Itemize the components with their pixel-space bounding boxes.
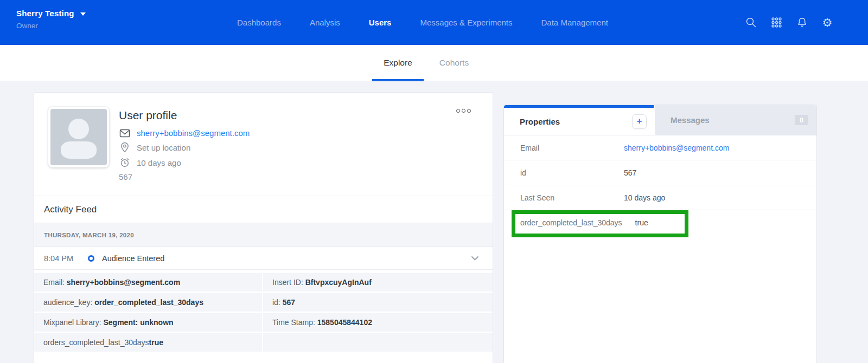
table-row: Mixpanel Library: Segment: unknown Time … <box>34 313 493 332</box>
event-property-time-stamp: Time Stamp: 1585045844102 <box>263 313 493 332</box>
activity-date-header: THURSDAY, MARCH 19, 2020 <box>34 223 493 247</box>
nav-item-dashboards[interactable]: Dashboards <box>237 18 281 27</box>
nav-item-users[interactable]: Users <box>369 18 392 27</box>
profile-email-link[interactable]: sherry+bobbins@segment.com <box>137 128 250 138</box>
notifications-bell-icon[interactable] <box>796 17 808 29</box>
nav-item-data-management[interactable]: Data Management <box>541 18 608 27</box>
property-row-email: Email sherry+bobbins@segment.com <box>504 135 816 160</box>
chevron-down-icon <box>80 12 86 16</box>
property-row-id: id 567 <box>504 160 816 185</box>
search-icon[interactable] <box>745 17 757 29</box>
table-row: orders_completed_last_30daystrue <box>34 333 493 352</box>
top-header: Sherry Testing Owner Dashboards Analysis… <box>0 0 868 45</box>
tab-messages[interactable]: Messages 0 <box>655 105 816 135</box>
event-property-email: Email: sherry+bobbins@segment.com <box>34 273 262 291</box>
event-property-empty <box>263 333 493 352</box>
last-seen-text: 10 days ago <box>137 158 181 167</box>
property-email-link[interactable]: sherry+bobbins@segment.com <box>624 144 729 152</box>
tab-explore[interactable]: Explore <box>372 45 424 81</box>
set-up-location-link[interactable]: Set up location <box>137 143 190 152</box>
tab-properties[interactable]: Properties + <box>504 105 654 135</box>
nav-item-analysis[interactable]: Analysis <box>310 18 340 27</box>
apps-grid-icon[interactable] <box>770 17 782 29</box>
settings-gear-icon[interactable]: ⚙ <box>821 17 833 29</box>
property-row-last-seen: Last Seen 10 days ago <box>504 185 816 210</box>
workspace-switcher[interactable]: Sherry Testing Owner <box>16 9 86 30</box>
section-tabbar: Explore Cohorts <box>0 45 868 81</box>
event-property-orders-completed: orders_completed_last_30daystrue <box>34 333 262 352</box>
add-property-button[interactable]: + <box>632 114 647 129</box>
activity-feed-title: Activity Feed <box>34 196 493 223</box>
property-row-order-completed: order_completed_last_30days true <box>504 210 816 235</box>
panel-tabs: Properties + Messages 0 <box>504 105 816 135</box>
table-row: Email: sherry+bobbins@segment.com Insert… <box>34 273 493 291</box>
page: Sherry Testing Owner Dashboards Analysis… <box>0 0 868 363</box>
workspace-role: Owner <box>16 22 86 30</box>
chevron-down-icon[interactable] <box>471 256 478 261</box>
main-nav: Dashboards Analysis Users Messages & Exp… <box>237 0 608 45</box>
content-area: User profile sherry+bobbins@segment.com … <box>0 81 868 363</box>
profile-section: User profile sherry+bobbins@segment.com … <box>34 93 493 196</box>
user-profile-card: User profile sherry+bobbins@segment.com … <box>34 92 493 363</box>
messages-count-badge: 0 <box>795 115 808 125</box>
nav-item-messages-experiments[interactable]: Messages & Experiments <box>420 18 512 27</box>
event-property-mixpanel-library: Mixpanel Library: Segment: unknown <box>34 313 262 332</box>
event-dot-icon <box>88 255 94 262</box>
event-property-id: id: 567 <box>263 293 493 312</box>
event-properties-table: Email: sherry+bobbins@segment.com Insert… <box>34 270 493 352</box>
side-panel-column: Properties + Messages 0 Email sherry+bob… <box>503 105 817 363</box>
event-property-insert-id: Insert ID: BftvpxcuyAgInAuf <box>263 273 493 291</box>
location-pin-icon <box>119 142 131 153</box>
envelope-icon <box>119 129 131 138</box>
event-name: Audience Entered <box>102 254 164 263</box>
distinct-id: 567 <box>119 172 250 182</box>
activity-event-row[interactable]: 8:04 PM Audience Entered <box>34 247 493 270</box>
page-title: User profile <box>119 109 250 122</box>
clock-icon <box>119 157 131 168</box>
event-property-audience-key: audience_key: order_completed_last_30day… <box>34 293 262 312</box>
profile-overflow-menu-icon[interactable] <box>456 109 471 113</box>
table-row: audience_key: order_completed_last_30day… <box>34 293 493 312</box>
tab-cohorts[interactable]: Cohorts <box>435 45 473 81</box>
avatar <box>48 107 109 167</box>
header-icons: ⚙ <box>745 0 833 45</box>
properties-panel: Properties + Messages 0 Email sherry+bob… <box>503 105 817 363</box>
workspace-name[interactable]: Sherry Testing <box>16 9 74 18</box>
event-time: 8:04 PM <box>44 254 73 263</box>
